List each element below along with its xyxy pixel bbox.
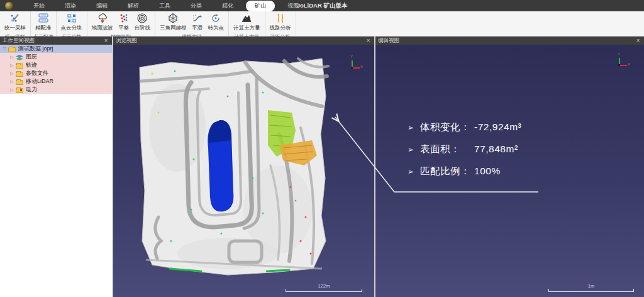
folder-icon <box>8 46 16 52</box>
folder-icon <box>16 62 24 69</box>
fine-registration-button[interactable]: 精配准 <box>33 12 54 33</box>
tree-item-parameter-files[interactable]: ▷ 参数文件 <box>0 69 112 77</box>
flatten-dots-icon <box>118 13 130 24</box>
scale-bar-line <box>548 289 634 292</box>
scale-bar: 1m <box>548 285 634 292</box>
expander-closed-icon[interactable]: ▷ <box>9 87 15 92</box>
axis-y-label: Y <box>350 55 353 59</box>
menu-item-edit[interactable]: 编辑 <box>89 1 115 11</box>
ribbon-button-label: 台阶线 <box>135 25 151 32</box>
ribbon-group-registration: 精配准 点云配准 <box>31 11 57 36</box>
ground-filter-cloud-icon <box>97 13 108 24</box>
tree-item-label: 图层 <box>26 53 37 61</box>
ribbon-group-sampling: 统一采样 统一采样 <box>0 11 31 36</box>
menu-bar: 开始 渲染 编辑 解析 工具 分类 精化 矿山 视图 <box>26 1 306 11</box>
smooth-button[interactable]: 平滑 <box>189 12 206 33</box>
scale-bar: 122m <box>286 285 362 292</box>
axis-origin-icon <box>618 64 620 66</box>
tree-item-label: 电力 <box>26 86 37 94</box>
unified-sampling-button[interactable]: 统一采样 <box>2 12 28 33</box>
smooth-curve-icon <box>192 13 203 24</box>
layers-icon <box>16 54 24 60</box>
ribbon-button-label: 点云分块 <box>61 25 82 32</box>
registration-icon <box>38 13 49 24</box>
earthwork-volume-button[interactable]: 计算土方量 <box>231 12 263 33</box>
to-points-button[interactable]: 转为点 <box>206 12 227 33</box>
axis-gizmo: Y X <box>347 57 363 74</box>
tree-item-label: 轨迹 <box>26 61 37 69</box>
edit-viewport-canvas[interactable]: Y X 1m <box>375 45 644 297</box>
browse-viewport-header: 浏览视图 ✕ <box>113 36 374 45</box>
window-title: JoLiDAR 矿山版本 <box>297 2 348 10</box>
menu-item-start[interactable]: 开始 <box>26 1 52 11</box>
point-cloud-tiling-button[interactable]: 点云分块 <box>58 12 85 33</box>
ribbon-button-label: 三角网建模 <box>160 25 187 32</box>
point-cloud-terrain <box>133 52 331 280</box>
tree-item-label: 移动LiDAR <box>26 77 53 86</box>
expander-closed-icon[interactable]: ▷ <box>9 63 15 68</box>
ribbon-button-label: 地面滤波 <box>92 25 113 32</box>
close-icon[interactable]: ✕ <box>365 38 372 43</box>
earthwork-volume-icon <box>241 13 252 24</box>
main-area: 工作空间视图 ✕ ▽ 测试数据.joprj ▷ 图层 ▷ <box>0 36 644 297</box>
expander-closed-icon[interactable]: ▷ <box>9 79 15 84</box>
workspace-panel-title: 工作空间视图 <box>3 37 103 45</box>
axis-gizmo: Y X <box>614 55 630 71</box>
app-logo-icon[interactable] <box>5 2 13 10</box>
menu-item-classify[interactable]: 分类 <box>183 1 209 11</box>
menu-item-analyze[interactable]: 解析 <box>120 1 147 11</box>
menu-item-tools[interactable]: 工具 <box>152 1 178 11</box>
edit-viewport: 编辑视图 ✕ Y X 1m <box>375 36 644 297</box>
menu-item-refine[interactable]: 精化 <box>214 1 241 11</box>
tree-item-project-root[interactable]: ▽ 测试数据.joprj <box>0 45 112 53</box>
workspace-panel: 工作空间视图 ✕ ▽ 测试数据.joprj ▷ 图层 ▷ <box>0 36 113 297</box>
title-bar: 开始 渲染 编辑 解析 工具 分类 精化 矿山 视图 JoLiDAR 矿山版本 <box>0 0 644 11</box>
ribbon-button-label: 精配准 <box>35 25 52 32</box>
ribbon-group-haul-analysis: 线路分析 运距分析 <box>265 11 296 36</box>
menu-item-render[interactable]: 渲染 <box>57 1 84 11</box>
app-window: 开始 渲染 编辑 解析 工具 分类 精化 矿山 视图 JoLiDAR 矿山版本 … <box>0 0 644 297</box>
axis-origin-icon <box>351 67 353 69</box>
ribbon-group-earthwork: 计算土方量 计算土方量 <box>229 11 265 36</box>
bench-line-button[interactable]: 台阶线 <box>132 12 153 33</box>
scale-bar-label: 122m <box>286 283 362 289</box>
scale-bar-label: 1m <box>548 283 634 289</box>
ribbon-button-label: 平整 <box>118 25 129 32</box>
axis-y-label: Y <box>618 52 620 56</box>
route-analysis-button[interactable]: 线路分析 <box>267 12 294 33</box>
browse-viewport-title: 浏览视图 <box>116 37 365 45</box>
ribbon-button-label: 计算土方量 <box>233 25 260 32</box>
sampling-pen-icon <box>9 13 21 24</box>
ribbon-button-label: 平滑 <box>192 25 203 32</box>
ribbon-group-modeling: 三角网建模 平滑 转为点 建模方法 <box>155 11 229 36</box>
close-icon[interactable]: ✕ <box>635 38 641 43</box>
bench-line-icon <box>136 13 148 24</box>
expander-closed-icon[interactable]: ▷ <box>9 55 15 60</box>
ribbon-button-label: 统一采样 <box>4 25 26 32</box>
workspace-panel-header: 工作空间视图 ✕ <box>0 36 112 45</box>
ribbon-group-tiling: 点云分块 点云分块 <box>57 11 87 36</box>
expander-open-icon[interactable]: ▽ <box>1 47 8 52</box>
axis-x-label: X <box>628 62 630 66</box>
edit-viewport-title: 编辑视图 <box>378 37 635 45</box>
tree-item-trajectory[interactable]: ▷ 轨迹 <box>0 61 112 69</box>
ribbon-button-label: 线路分析 <box>270 25 291 32</box>
menu-item-mine[interactable]: 矿山 <box>246 1 275 11</box>
tree-item-layers[interactable]: ▷ 图层 <box>0 53 112 61</box>
tin-mesh-icon <box>167 13 179 24</box>
tree-item-mobile-lidar[interactable]: ▷ 移动LiDAR <box>0 77 112 86</box>
tree-item-power[interactable]: ▷ 电力 <box>0 86 112 94</box>
ground-filter-button[interactable]: 地面滤波 <box>89 12 116 33</box>
scale-bar-line <box>286 289 362 292</box>
tree-item-label: 测试数据.joprj <box>18 45 53 53</box>
tiling-grid-icon <box>66 13 77 24</box>
axis-x-label: X <box>360 65 363 69</box>
close-icon[interactable]: ✕ <box>103 38 109 43</box>
ribbon-button-label: 转为点 <box>208 25 225 32</box>
expander-closed-icon[interactable]: ▷ <box>9 71 15 76</box>
ribbon-toolbar: 统一采样 统一采样 精配准 点云配准 <box>0 11 644 36</box>
browse-viewport-canvas[interactable]: Y X 122m <box>113 45 374 297</box>
to-points-icon <box>210 13 221 24</box>
tin-modeling-button[interactable]: 三角网建模 <box>157 12 189 33</box>
flatten-button[interactable]: 平整 <box>116 12 132 33</box>
